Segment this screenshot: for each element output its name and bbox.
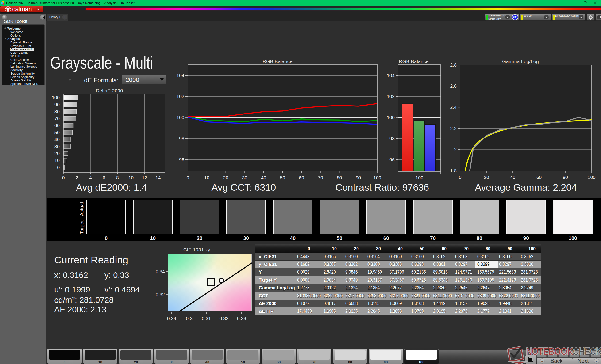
- svg-text:70: 70: [318, 175, 323, 180]
- svg-text:104: 104: [177, 73, 184, 78]
- svg-text:1.8: 1.8: [450, 168, 457, 173]
- svg-text:80: 80: [337, 175, 342, 180]
- svg-text:0.32: 0.32: [220, 316, 229, 321]
- svg-text:2.4: 2.4: [450, 105, 457, 110]
- svg-text:100: 100: [177, 115, 184, 120]
- svg-text:2: 2: [76, 175, 78, 180]
- svg-text:30: 30: [54, 144, 60, 149]
- svg-text:10: 10: [54, 158, 60, 163]
- svg-text:104: 104: [387, 73, 395, 78]
- svg-text:40: 40: [54, 137, 60, 142]
- svg-text:DeltaE 2000: DeltaE 2000: [96, 88, 123, 93]
- svg-text:Avg dE2000: 1.4: Avg dE2000: 1.4: [76, 182, 147, 193]
- svg-text:NOTEBOOK: NOTEBOOK: [526, 345, 573, 357]
- svg-text:4: 4: [89, 175, 92, 180]
- svg-text:50: 50: [280, 175, 285, 180]
- svg-text:98: 98: [390, 136, 395, 141]
- svg-text:0.34: 0.34: [156, 269, 165, 274]
- svg-text:0: 0: [62, 175, 65, 180]
- svg-text:0: 0: [186, 175, 189, 180]
- svg-text:CIE 1931 xy: CIE 1931 xy: [183, 247, 210, 252]
- svg-text:90: 90: [356, 175, 361, 180]
- svg-text:CHECK: CHECK: [573, 345, 601, 357]
- svg-text:102: 102: [177, 94, 184, 99]
- svg-text:8: 8: [116, 175, 119, 180]
- svg-text:Contrast Ratio: 97636: Contrast Ratio: 97636: [335, 182, 429, 193]
- svg-text:2.2: 2.2: [450, 126, 457, 131]
- svg-text:90: 90: [54, 102, 60, 107]
- svg-text:30: 30: [242, 175, 247, 180]
- svg-text:10: 10: [128, 175, 134, 180]
- svg-text:96: 96: [390, 157, 395, 162]
- svg-text:20: 20: [54, 151, 60, 156]
- svg-text:80: 80: [54, 109, 60, 114]
- svg-text:RGB Balance: RGB Balance: [399, 59, 429, 64]
- svg-text:96: 96: [179, 157, 184, 162]
- svg-text:70: 70: [54, 116, 60, 121]
- svg-text:100: 100: [387, 115, 395, 120]
- svg-text:20: 20: [484, 175, 489, 180]
- svg-text:0.29: 0.29: [167, 316, 176, 321]
- svg-text:0: 0: [57, 165, 60, 170]
- svg-text:100: 100: [373, 175, 381, 180]
- svg-text:98: 98: [179, 136, 184, 141]
- svg-text:Gamma Log/Log: Gamma Log/Log: [502, 59, 539, 64]
- svg-text:100: 100: [588, 175, 595, 180]
- svg-text:20: 20: [223, 175, 228, 180]
- svg-text:2.8: 2.8: [450, 62, 457, 67]
- svg-text:Average Gamma: 2.204: Average Gamma: 2.204: [475, 182, 577, 193]
- svg-text:14: 14: [155, 175, 160, 180]
- svg-text:Avg CCT: 6310: Avg CCT: 6310: [211, 182, 276, 193]
- svg-text:60: 60: [54, 123, 60, 128]
- svg-text:0.3: 0.3: [186, 316, 192, 321]
- svg-text:6: 6: [103, 175, 105, 180]
- svg-text:100: 100: [52, 95, 60, 100]
- svg-text:0.31: 0.31: [202, 316, 211, 321]
- svg-text:2.6: 2.6: [450, 84, 457, 89]
- svg-text:60: 60: [299, 175, 304, 180]
- svg-text:50: 50: [54, 130, 60, 135]
- svg-text:0.33: 0.33: [237, 316, 246, 321]
- svg-text:100: 100: [416, 175, 423, 180]
- svg-text:12: 12: [142, 175, 147, 180]
- svg-text:0.32: 0.32: [156, 292, 165, 297]
- svg-text:80: 80: [563, 175, 568, 180]
- svg-text:40: 40: [261, 175, 266, 180]
- svg-text:RGB Balance: RGB Balance: [262, 59, 292, 64]
- svg-text:0: 0: [459, 175, 461, 180]
- svg-text:40: 40: [510, 175, 515, 180]
- svg-text:2: 2: [454, 147, 457, 152]
- svg-text:102: 102: [387, 94, 395, 99]
- svg-text:10: 10: [204, 175, 210, 180]
- svg-text:60: 60: [536, 175, 541, 180]
